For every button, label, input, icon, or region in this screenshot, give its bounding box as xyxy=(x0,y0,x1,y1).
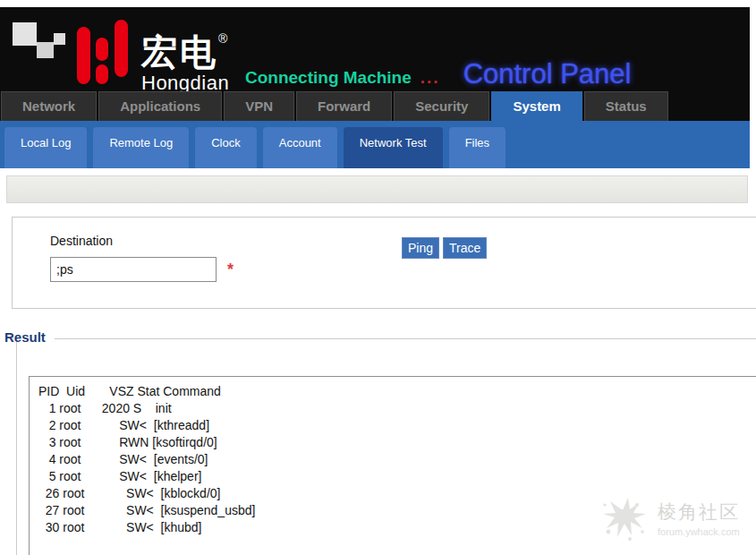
required-asterisk: * xyxy=(227,260,234,279)
action-buttons: Ping Trace xyxy=(402,237,487,259)
page-title: Control Panel xyxy=(463,58,632,90)
subtab-network-test[interactable]: Network Test xyxy=(344,127,443,168)
header-tagline-row: Connecting Machine ... Control Panel xyxy=(245,58,631,90)
tab-security[interactable]: Security xyxy=(394,91,489,121)
brand-cn-text: 宏电 xyxy=(141,32,218,72)
ping-button[interactable]: Ping xyxy=(402,237,439,259)
tab-forward[interactable]: Forward xyxy=(296,91,392,121)
hongdian-h-logo-icon xyxy=(77,18,134,86)
registered-mark: ® xyxy=(218,31,227,46)
tab-applications[interactable]: Applications xyxy=(98,91,222,121)
tagline-dots: ... xyxy=(420,68,440,88)
tab-network[interactable]: Network xyxy=(1,91,97,121)
control-panel-page: 宏电® Hongdian Connecting Machine ... Cont… xyxy=(0,0,756,555)
result-legend-row: Result xyxy=(4,329,756,345)
subtab-clock[interactable]: Clock xyxy=(195,127,257,168)
sub-tabs: Local Log Remote Log Clock Account Netwo… xyxy=(4,127,505,168)
process-list-output: PID Uid VSZ Stat Command 1 root 2020 S i… xyxy=(38,383,751,536)
subtab-remote-log[interactable]: Remote Log xyxy=(93,127,189,168)
subtab-local-log[interactable]: Local Log xyxy=(4,127,87,168)
tab-vpn[interactable]: VPN xyxy=(224,91,294,121)
main-nav: Network Applications VPN Forward Securit… xyxy=(0,91,750,121)
network-test-form: Destination * Ping Trace xyxy=(12,217,756,309)
tab-status[interactable]: Status xyxy=(584,91,668,121)
cascading-squares-icon xyxy=(11,14,73,61)
sub-nav: Local Log Remote Log Clock Account Netwo… xyxy=(0,121,750,168)
fieldset-left-border xyxy=(16,342,17,555)
header: 宏电® Hongdian Connecting Machine ... Cont… xyxy=(0,7,750,121)
legend-divider xyxy=(55,338,756,339)
result-section: Result PID Uid VSZ Stat Command 1 root 2… xyxy=(4,329,756,555)
result-legend: Result xyxy=(4,329,55,345)
result-output-box[interactable]: PID Uid VSZ Stat Command 1 root 2020 S i… xyxy=(29,376,756,555)
tagline-text: Connecting Machine xyxy=(245,68,412,88)
section-header-bar xyxy=(6,175,748,203)
tab-system[interactable]: System xyxy=(491,91,582,121)
brand-block: 宏电® Hongdian xyxy=(141,20,229,94)
subtab-account[interactable]: Account xyxy=(263,127,337,168)
destination-input[interactable] xyxy=(50,257,217,282)
brand-chinese-name: 宏电® xyxy=(141,20,229,71)
trace-button[interactable]: Trace xyxy=(443,237,487,259)
subtab-files[interactable]: Files xyxy=(449,127,505,168)
destination-label: Destination xyxy=(50,234,113,248)
